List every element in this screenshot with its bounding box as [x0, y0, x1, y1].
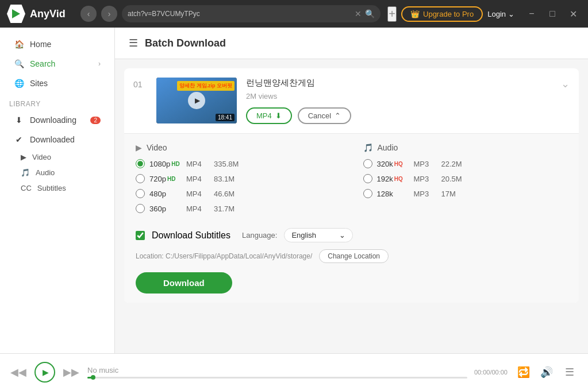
video-item: 01 양세찬 게임.zip 오버핏 18:41 ▶: [124, 68, 579, 303]
next-button[interactable]: ▶▶: [62, 363, 80, 381]
sidebar-item-sites[interactable]: 🌐 Sites: [5, 74, 110, 93]
play-pause-button[interactable]: ▶: [34, 362, 55, 383]
login-label: Login: [487, 10, 506, 18]
radio-128k[interactable]: [363, 189, 372, 198]
upgrade-button[interactable]: 👑 Upgrade to Pro: [401, 6, 483, 22]
subtitle-label: Download Subtitles: [152, 230, 230, 241]
sidebar-audio-label: Audio: [36, 168, 55, 177]
format-row-1080p: 1080p HD MP4 335.8M: [136, 159, 340, 168]
playlist-button[interactable]: ☰: [560, 363, 579, 381]
mp4-button[interactable]: MP4 ⬇: [246, 107, 292, 124]
radio-720p[interactable]: [136, 174, 145, 183]
url-bar[interactable]: atch?v=B7VCUMyTPyc ✕ 🔍: [122, 5, 381, 22]
back-button[interactable]: ‹: [80, 6, 97, 22]
sidebar-item-audio[interactable]: 🎵 Audio: [0, 165, 114, 180]
url-close-icon[interactable]: ✕: [355, 9, 362, 18]
quality-192k: 192k HQ: [377, 175, 412, 183]
cancel-button[interactable]: Cancel ⌃: [298, 107, 351, 124]
hq-badge-192: HQ: [394, 176, 403, 182]
progress-dot: [91, 375, 95, 380]
format-row-128k: 128k MP3 17M: [363, 189, 568, 198]
close-button[interactable]: ✕: [565, 6, 581, 22]
crown-icon: 👑: [410, 10, 420, 18]
video-number: 01: [133, 78, 147, 89]
type-1080p: MP4: [186, 160, 209, 168]
chevron-down-icon: ⌄: [508, 10, 514, 18]
audio-icon: 🎵: [21, 168, 30, 177]
location-path: Location: C:/Users/Filippa/AppData/Local…: [136, 252, 312, 260]
player-track: No music: [87, 366, 467, 374]
batch-icon: ☰: [129, 37, 138, 49]
sidebar-item-video[interactable]: ▶ Video: [0, 149, 114, 165]
sidebar-item-home[interactable]: 🏠 Home: [5, 34, 110, 54]
title-bar: AnyVid ‹ › atch?v=B7VCUMyTPyc ✕ 🔍 + 👑 Up…: [0, 0, 588, 28]
video-icon: ▶: [21, 153, 26, 161]
chevron-down-lang-icon: ⌄: [339, 231, 345, 240]
sidebar: 🏠 Home 🔍 Search › 🌐 Sites Library ⬇ Down…: [0, 28, 115, 353]
quality-480p: 480p: [149, 190, 184, 198]
video-actions: MP4 ⬇ Cancel ⌃: [246, 107, 552, 124]
size-360p: 31.7M: [214, 204, 245, 213]
maximize-button[interactable]: □: [544, 6, 560, 22]
video-format-col: ▶ Video 1080p HD MP4 335.8M: [136, 143, 340, 219]
change-location-button[interactable]: Change Location: [319, 249, 389, 263]
language-select[interactable]: English ⌄: [284, 228, 353, 242]
audio-format-label: Audio: [378, 143, 398, 152]
subtitle-checkbox[interactable]: [136, 231, 145, 240]
forward-button[interactable]: ›: [101, 6, 117, 22]
size-320k: 22.2M: [441, 160, 473, 168]
language-label: Language:: [242, 231, 277, 240]
app-logo: AnyVid: [7, 5, 76, 23]
sidebar-item-subtitles[interactable]: CC Subtitles: [0, 180, 114, 196]
download-arrow-icon: ⬇: [275, 111, 282, 120]
size-128k: 17M: [441, 190, 473, 198]
video-title: 런닝맨양세찬게임: [246, 78, 552, 88]
audio-format-col: 🎵 Audio 320k HQ MP3 22.2M: [363, 143, 568, 219]
new-tab-button[interactable]: +: [387, 6, 397, 22]
video-col-header: ▶ Video: [136, 143, 340, 152]
sidebar-item-search[interactable]: 🔍 Search ›: [5, 54, 110, 74]
url-text: atch?v=B7VCUMyTPyc: [128, 10, 351, 18]
download-button[interactable]: Download: [136, 272, 232, 294]
radio-480p[interactable]: [136, 189, 145, 198]
radio-192k[interactable]: [363, 174, 372, 183]
hd-badge: HD: [171, 161, 179, 167]
sidebar-video-label: Video: [32, 153, 51, 161]
radio-1080p[interactable]: [136, 159, 145, 168]
prev-button[interactable]: ◀◀: [9, 363, 28, 381]
quality-1080p: 1080p HD: [149, 160, 184, 168]
format-panel: ▶ Video 1080p HD MP4 335.8M: [124, 133, 579, 303]
play-button-overlay[interactable]: ▶: [188, 92, 205, 109]
progress-bar[interactable]: [87, 377, 467, 379]
quality-720p: 720p HD: [149, 175, 184, 183]
mp4-label: MP4: [256, 111, 272, 120]
sidebar-item-downloaded[interactable]: ✔ Downloaded: [5, 130, 110, 149]
url-search-icon[interactable]: 🔍: [365, 9, 375, 18]
sidebar-downloading-label: Downloading: [30, 115, 76, 125]
type-360p: MP4: [186, 204, 209, 213]
sidebar-home-label: Home: [30, 40, 51, 49]
minimize-button[interactable]: −: [524, 6, 540, 22]
upgrade-label: Upgrade to Pro: [423, 10, 474, 18]
downloading-badge: 2: [90, 117, 101, 124]
cancel-label: Cancel: [308, 111, 331, 120]
video-format-icon: ▶: [136, 143, 142, 152]
volume-button[interactable]: 🔊: [537, 363, 556, 381]
chevron-up-icon: ⌃: [335, 111, 341, 120]
quality-360p: 360p: [149, 204, 184, 213]
audio-col-header: 🎵 Audio: [363, 143, 568, 152]
player-info: No music: [87, 366, 467, 379]
video-format-label: Video: [147, 143, 167, 152]
expand-icon[interactable]: ⌄: [561, 78, 570, 90]
player-progress: [87, 377, 467, 379]
sidebar-item-downloading[interactable]: ⬇ Downloading 2: [5, 110, 110, 130]
type-480p: MP4: [186, 190, 209, 198]
repeat-button[interactable]: 🔁: [514, 363, 533, 381]
radio-320k[interactable]: [363, 159, 372, 168]
radio-360p[interactable]: [136, 204, 145, 213]
size-1080p: 335.8M: [214, 160, 245, 168]
app-name: AnyVid: [30, 8, 66, 20]
video-header: 01 양세찬 게임.zip 오버핏 18:41 ▶: [124, 68, 579, 133]
search-icon: 🔍: [14, 59, 24, 69]
login-button[interactable]: Login ⌄: [487, 10, 514, 18]
